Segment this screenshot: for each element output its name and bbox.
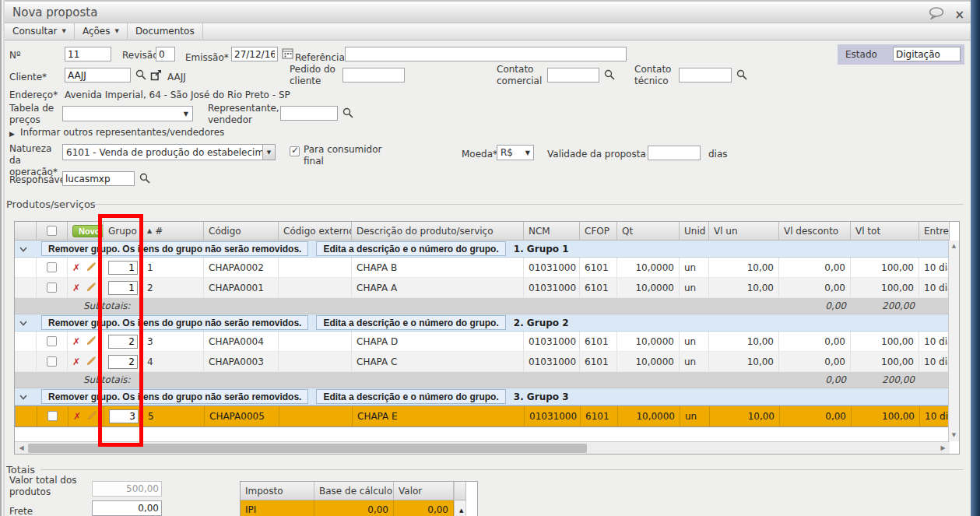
chevron-down-icon: ▼ [180,111,192,118]
row-checkbox[interactable] [47,283,57,293]
tabela-precos-select[interactable]: ▼ [62,106,193,121]
imposto-row-ipi[interactable]: IPI 0,00 0,00 ▲ [241,500,477,516]
edit-group-button[interactable]: Edita a descrição e o número do grupo. [316,241,505,256]
collapse-group-icon[interactable] [19,391,27,402]
cliente-input[interactable] [65,68,131,82]
edit-group-button[interactable]: Edita a descrição e o número do grupo. [316,389,505,404]
remove-group-button[interactable]: Remover grupo. Os itens do grupo não ser… [41,241,308,256]
product-row[interactable]: ✗2CHAPA0001CHAPA A01031000610110,0000un1… [15,278,950,298]
estado-value [893,47,961,61]
scroll-up-icon[interactable]: ▲ [454,500,466,516]
grupo-input[interactable] [108,355,138,369]
external-link-icon[interactable] [150,68,163,83]
column-header-num: ▲# [142,222,204,240]
grupo-input[interactable] [108,261,138,275]
group-title: 2. Grupo 2 [514,318,569,328]
section-divider [40,469,964,470]
delete-row-icon[interactable]: ✗ [73,411,81,422]
remove-group-button[interactable]: Remover grupo. Os itens do grupo não ser… [41,389,308,404]
search-icon[interactable] [604,69,616,83]
grupo-input[interactable] [108,335,138,349]
product-row[interactable]: ✗1CHAPA0002CHAPA B01031000610110,0000un1… [15,258,950,278]
edit-row-icon[interactable] [86,356,97,368]
vertical-scrollbar[interactable]: ▲ ▼ [948,240,959,441]
valor-column-header: Valor [394,482,454,500]
cliente-link-text[interactable]: AAJJ [167,72,186,83]
column-header: Qt [617,222,680,240]
search-icon[interactable] [736,69,748,83]
consumidor-final-label: Para consumidor final [304,144,389,167]
edit-row-icon[interactable] [86,335,97,348]
referencia-input[interactable] [345,47,627,61]
validade-label: Validade da proposta [547,149,646,160]
calendar-icon[interactable] [282,47,293,61]
novo-button[interactable]: Novo [72,225,104,237]
scroll-left-icon[interactable]: ◀ [16,443,27,454]
collapse-group-icon[interactable] [19,244,27,254]
row-checkbox[interactable] [47,262,57,272]
scroll-right-icon[interactable]: ▶ [937,443,949,454]
column-header: Vl tot [851,222,919,240]
delete-row-icon[interactable]: ✗ [72,262,80,273]
group-title: 3. Grupo 3 [514,391,569,402]
search-icon[interactable] [139,173,151,187]
contato-comercial-input[interactable] [547,68,599,82]
moeda-select[interactable]: R$ ▼ [497,145,534,160]
grupo-input[interactable] [108,281,138,295]
product-row[interactable]: ✗4CHAPA0003CHAPA C01031000610110,0000un1… [15,352,950,372]
emissao-input[interactable] [231,47,278,61]
consumidor-final-checkbox[interactable] [290,146,300,156]
row-checkbox[interactable] [47,356,57,367]
column-header: CFOP [580,222,617,240]
chevron-down-icon: ▼ [262,145,275,160]
menubar: Consultar ▼ Ações ▼ Documentos [5,23,971,40]
delete-row-icon[interactable]: ✗ [72,356,80,367]
horizontal-scrollbar[interactable]: ◀ ▶ [15,441,950,454]
menu-documentos[interactable]: Documentos [128,23,203,40]
row-checkbox[interactable] [47,411,58,421]
natureza-select[interactable]: 6101 - Venda de produção do estabelecime… [62,144,276,160]
menu-acoes[interactable]: Ações ▼ [75,23,128,40]
frete-input[interactable] [92,500,162,516]
base-calculo-column-header: Base de cálculo [314,482,394,500]
scroll-down-icon[interactable]: ▼ [949,430,959,441]
validade-input[interactable] [648,146,701,160]
group-header-row: Remover grupo. Os itens do grupo não ser… [15,314,950,332]
edit-row-icon[interactable] [86,262,97,274]
cliente-label: Cliente* [9,72,47,83]
natureza-label: Natureza da operação* [9,143,64,178]
remove-group-button[interactable]: Remover grupo. Os itens do grupo não ser… [41,315,308,330]
select-all-checkbox[interactable] [47,226,57,236]
scrollbar-thumb[interactable] [28,444,587,453]
numero-input[interactable] [65,47,111,61]
expand-arrow-icon[interactable]: ▶ [9,128,15,140]
menu-consultar[interactable]: Consultar ▼ [5,23,75,40]
column-header: Código [204,222,279,240]
product-row[interactable]: ✗3CHAPA0004CHAPA D01031000610110,0000un1… [15,332,950,352]
scroll-up-icon[interactable]: ▲ [949,241,959,251]
sort-ascending-icon[interactable]: ▲ [147,227,152,234]
delete-row-icon[interactable]: ✗ [72,283,80,293]
endereco-label: Endereço* [9,90,58,101]
search-icon[interactable] [135,69,147,83]
search-icon[interactable] [342,107,354,121]
product-row[interactable]: ✗5CHAPA0005CHAPA E01031000610110,0000un1… [15,405,950,427]
row-checkbox[interactable] [47,336,57,346]
edit-row-icon[interactable] [87,410,97,423]
revisao-input[interactable] [156,47,175,61]
column-header: Grupo [104,222,142,240]
responsavel-input[interactable] [62,171,135,186]
close-icon[interactable]: × [954,8,964,22]
chat-bubble-icon[interactable] [929,7,945,22]
collapse-group-icon[interactable] [19,318,27,328]
contato-tecnico-input[interactable] [679,68,732,82]
chevron-down-icon: ▼ [114,28,118,34]
delete-row-icon[interactable]: ✗ [72,336,80,347]
grupo-input[interactable] [109,409,139,423]
representante-input[interactable] [280,106,338,121]
numero-label: Nº [9,50,21,61]
informar-outros-link[interactable]: Informar outros representantes/vendedore… [20,127,224,139]
edit-row-icon[interactable] [86,282,97,294]
edit-group-button[interactable]: Edita a descrição e o número do grupo. [316,315,505,330]
pedido-cliente-input[interactable] [342,68,405,82]
